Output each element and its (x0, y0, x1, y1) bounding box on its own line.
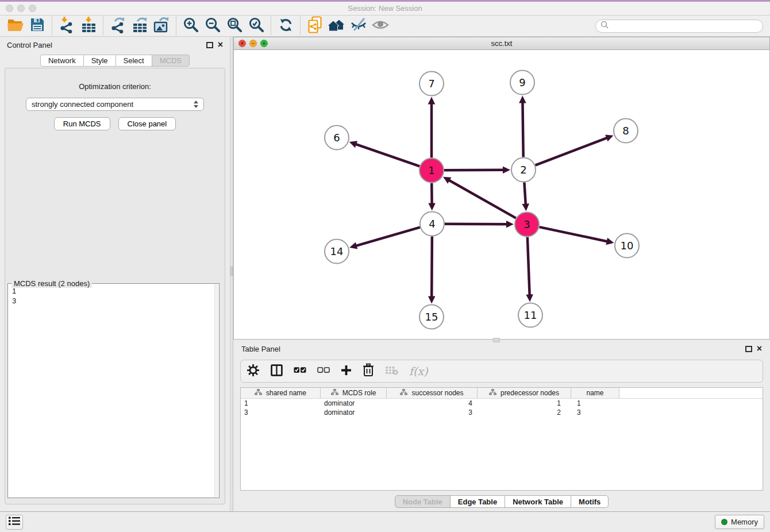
export-image-button[interactable] (151, 17, 172, 35)
run-mcds-button[interactable]: Run MCDS (54, 117, 110, 130)
svg-text:9: 9 (519, 76, 525, 88)
tab-motifs[interactable]: Motifs (571, 495, 609, 508)
close-panel-button[interactable]: Close panel (118, 117, 176, 130)
function-builder-button-disabled: f(x) (409, 365, 428, 377)
tab-network[interactable]: Network (40, 55, 84, 67)
result-scrollbar[interactable] (214, 284, 218, 497)
network-canvas-container[interactable]: 7968124314101511 (233, 50, 770, 340)
hierarchy-sort-icon (255, 389, 262, 397)
graph-edge-4-15[interactable] (432, 236, 432, 297)
status-bar: Memory (0, 511, 770, 532)
graph-edge-2-9[interactable] (522, 102, 523, 157)
graph-node-14[interactable]: 14 (325, 240, 349, 264)
vertical-splitter[interactable] (230, 37, 233, 511)
refresh-layout-button[interactable] (275, 17, 297, 35)
graph-edge-4-14[interactable] (356, 228, 420, 246)
graph-arrowhead (428, 203, 436, 210)
svg-text:6: 6 (333, 132, 340, 144)
export-network-icon (110, 16, 125, 36)
show-all-button[interactable] (369, 17, 391, 35)
table-settings-button[interactable] (247, 364, 260, 379)
toolbar-separator (300, 17, 301, 35)
export-image-icon (153, 16, 170, 36)
graph-node-10[interactable]: 10 (615, 234, 639, 258)
graph-edge-1-6[interactable] (355, 144, 419, 167)
graph-node-11[interactable]: 11 (518, 303, 542, 327)
network-window-titlebar[interactable]: × − + scc.txt (233, 37, 770, 50)
graph-node-8[interactable]: 8 (614, 119, 638, 143)
criterion-select[interactable]: strongly connected component (26, 98, 204, 111)
graph-node-6[interactable]: 6 (325, 126, 349, 150)
open-session-button[interactable] (5, 17, 26, 35)
memory-button[interactable]: Memory (715, 515, 764, 529)
column-header-name[interactable]: name (571, 388, 619, 398)
search-input[interactable] (611, 22, 758, 30)
graph-arrowhead (428, 296, 436, 303)
graph-arrowhead (349, 141, 357, 148)
open-session-icon (7, 17, 24, 34)
graph-edge-2-3[interactable] (524, 182, 525, 205)
graph-node-15[interactable]: 15 (419, 305, 444, 329)
horizontal-splitter[interactable] (233, 340, 770, 341)
toolbar-separator (103, 17, 103, 35)
graph-edge-3-11[interactable] (528, 237, 530, 295)
tab-select[interactable]: Select (116, 55, 152, 67)
graph-node-9[interactable]: 9 (510, 71, 534, 95)
refresh-layout-icon (278, 17, 294, 35)
list-icon (9, 516, 20, 528)
tab-node-table[interactable]: Node Table (395, 495, 451, 508)
zoom-fit-button[interactable] (224, 17, 245, 35)
zoom-selected-button[interactable] (245, 17, 267, 35)
table-row[interactable]: 1dominator411 (241, 399, 763, 408)
hide-selected-button[interactable] (348, 17, 369, 35)
zoom-out-button[interactable] (202, 17, 224, 35)
graph-node-7[interactable]: 7 (419, 72, 444, 96)
close-table-panel-icon[interactable]: × (757, 345, 762, 352)
hierarchy-sort-icon (400, 389, 407, 397)
graph-node-2[interactable]: 2 (511, 158, 536, 182)
first-neighbors-button[interactable] (326, 17, 348, 35)
export-table-icon (132, 16, 148, 36)
graph-edge-3-1[interactable] (449, 180, 516, 218)
graph-node-4[interactable]: 4 (420, 212, 444, 236)
search-field[interactable] (595, 20, 763, 33)
column-header-successor-nodes[interactable]: successor nodes (387, 388, 478, 398)
graph-edge-4-3[interactable] (445, 224, 507, 225)
add-column-button[interactable] (341, 365, 352, 378)
column-header-predecessor-nodes[interactable]: predecessor nodes (478, 388, 571, 398)
save-session-button[interactable] (26, 17, 48, 35)
float-panel-icon[interactable] (206, 42, 213, 48)
export-network-button[interactable] (107, 17, 129, 35)
deselect-all-button[interactable] (317, 366, 330, 376)
show-columns-button[interactable] (271, 364, 283, 379)
table-panel: Table Panel × f(x) s (233, 341, 770, 511)
delete-column-button[interactable] (363, 363, 374, 379)
float-table-panel-icon[interactable] (745, 346, 752, 352)
zoom-in-button[interactable] (180, 17, 202, 35)
vertical-splitter-grip[interactable] (230, 267, 233, 276)
graph-edge-2-8[interactable] (536, 138, 608, 165)
tab-style[interactable]: Style (83, 55, 116, 67)
column-header-mcds-role[interactable]: MCDS role (321, 388, 387, 398)
titlebar: Session: New Session (0, 2, 770, 16)
clone-network-button[interactable] (304, 17, 326, 35)
import-network-button[interactable] (56, 17, 78, 35)
column-header-shared-name[interactable]: shared name (241, 388, 321, 398)
horizontal-splitter-grip[interactable] (493, 338, 500, 342)
graph-edge-3-10[interactable] (540, 227, 608, 241)
node-table-header: shared nameMCDS rolesuccessor nodesprede… (241, 388, 763, 399)
tab-edge-table[interactable]: Edge Table (450, 495, 505, 508)
plus-icon (341, 365, 352, 378)
graph-edge-1-2[interactable] (444, 170, 504, 171)
svg-text:4: 4 (429, 218, 435, 230)
task-history-button[interactable] (6, 515, 23, 530)
tab-mcds[interactable]: MCDS (152, 55, 190, 67)
graph-node-1[interactable]: 1 (419, 159, 444, 183)
close-panel-icon[interactable]: × (218, 41, 223, 48)
tab-network-table[interactable]: Network Table (505, 495, 571, 508)
select-all-button[interactable] (294, 366, 306, 376)
import-table-button[interactable] (78, 17, 99, 35)
table-row[interactable]: 3dominator323 (241, 408, 763, 417)
export-table-button[interactable] (129, 17, 151, 35)
graph-node-3[interactable]: 3 (515, 213, 539, 237)
